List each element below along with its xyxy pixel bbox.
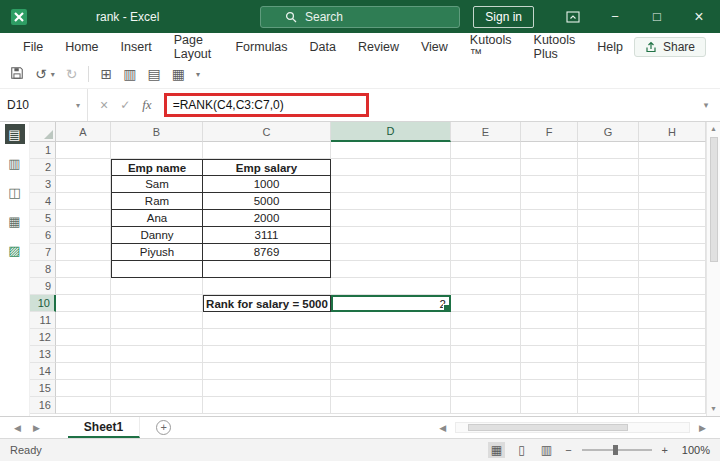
cell-G3[interactable] [578, 176, 639, 193]
cell-A7[interactable] [56, 244, 111, 261]
cell-A10[interactable] [56, 295, 111, 312]
zoom-out-button[interactable]: − [565, 444, 571, 456]
qat-custom-button-4[interactable]: ▦ [172, 67, 185, 81]
cell-E14[interactable] [451, 363, 521, 380]
sheet-tab-sheet1[interactable]: Sheet1 [68, 417, 140, 438]
cell-B8[interactable] [111, 261, 203, 278]
cell-E10[interactable] [451, 295, 521, 312]
ribbon-tab-review[interactable]: Review [347, 33, 410, 60]
cell-D6[interactable] [331, 227, 451, 244]
row-header-3[interactable]: 3 [30, 176, 56, 193]
vertical-scrollbar[interactable]: ▲ ▼ [706, 122, 720, 416]
cell-E3[interactable] [451, 176, 521, 193]
cell-D8[interactable] [331, 261, 451, 278]
cell-B14[interactable] [111, 363, 203, 380]
ribbon-tab-home[interactable]: Home [54, 33, 109, 60]
cell-F10[interactable] [521, 295, 578, 312]
cancel-icon[interactable]: × [100, 97, 108, 113]
horizontal-scroll-track[interactable] [455, 422, 690, 433]
row-header-14[interactable]: 14 [30, 363, 56, 380]
cell-H3[interactable] [639, 176, 706, 193]
new-sheet-button[interactable]: + [156, 420, 171, 435]
cell-H4[interactable] [639, 193, 706, 210]
cell-G10[interactable] [578, 295, 639, 312]
pane-button-2[interactable]: ◫ [5, 182, 25, 202]
ribbon-tab-page-layout[interactable]: Page Layout [163, 33, 225, 60]
row-header-4[interactable]: 4 [30, 193, 56, 210]
cell-B10[interactable] [111, 295, 203, 312]
cell-G15[interactable] [578, 380, 639, 397]
ribbon-tab-help[interactable]: Help [586, 33, 634, 60]
cell-F7[interactable] [521, 244, 578, 261]
cell-A16[interactable] [56, 397, 111, 414]
search-box[interactable]: Search [260, 6, 460, 28]
cell-F8[interactable] [521, 261, 578, 278]
cell-E12[interactable] [451, 329, 521, 346]
tab-scroll-right-icon[interactable]: ▶ [27, 423, 46, 433]
expand-formula-bar-icon[interactable]: ▾ [692, 100, 720, 110]
cell-B7[interactable]: Piyush [111, 244, 203, 261]
cell-A2[interactable] [56, 159, 111, 176]
ribbon-tab-kutools[interactable]: Kutools ™ [459, 33, 523, 60]
h-scroll-right-icon[interactable]: ▶ [693, 423, 712, 433]
zoom-in-button[interactable]: + [662, 444, 668, 456]
cell-H2[interactable] [639, 159, 706, 176]
cell-F9[interactable] [521, 278, 578, 295]
cell-G2[interactable] [578, 159, 639, 176]
cell-G6[interactable] [578, 227, 639, 244]
row-header-9[interactable]: 9 [30, 278, 56, 295]
cell-D14[interactable] [331, 363, 451, 380]
qat-custom-button-2[interactable]: ▥ [123, 67, 136, 81]
cell-A4[interactable] [56, 193, 111, 210]
cell-B2[interactable]: Emp name [111, 159, 203, 176]
cell-F15[interactable] [521, 380, 578, 397]
cell-B3[interactable]: Sam [111, 176, 203, 193]
pane-button-1[interactable]: ▥ [5, 153, 25, 173]
cell-G11[interactable] [578, 312, 639, 329]
insert-function-icon[interactable]: fx [142, 97, 151, 113]
scroll-up-icon[interactable]: ▲ [710, 124, 717, 134]
column-header-E[interactable]: E [451, 122, 521, 142]
qat-custom-button-3[interactable]: ▤ [147, 67, 160, 81]
cell-A3[interactable] [56, 176, 111, 193]
cell-D4[interactable] [331, 193, 451, 210]
cell-D10[interactable]: 2 [331, 295, 451, 312]
row-header-8[interactable]: 8 [30, 261, 56, 278]
formula-input[interactable]: =RANK(C4,C3:C7,0) [164, 93, 692, 117]
ribbon-tab-insert[interactable]: Insert [110, 33, 163, 60]
cell-F3[interactable] [521, 176, 578, 193]
confirm-icon[interactable]: ✓ [120, 98, 130, 112]
cell-B5[interactable]: Ana [111, 210, 203, 227]
row-header-13[interactable]: 13 [30, 346, 56, 363]
row-header-7[interactable]: 7 [30, 244, 56, 261]
column-header-C[interactable]: C [203, 122, 331, 142]
cell-A11[interactable] [56, 312, 111, 329]
pane-button-3[interactable]: ▦ [5, 211, 25, 231]
pane-toggle-button[interactable]: ▤ [5, 124, 25, 144]
cell-H14[interactable] [639, 363, 706, 380]
ribbon-display-options-button[interactable] [552, 0, 594, 33]
cell-F2[interactable] [521, 159, 578, 176]
cell-B9[interactable] [111, 278, 203, 295]
cell-B1[interactable] [111, 142, 203, 159]
cell-E15[interactable] [451, 380, 521, 397]
cell-C6[interactable]: 3111 [203, 227, 331, 244]
cell-D3[interactable] [331, 176, 451, 193]
cell-C13[interactable] [203, 346, 331, 363]
cell-H11[interactable] [639, 312, 706, 329]
cell-G12[interactable] [578, 329, 639, 346]
column-header-G[interactable]: G [578, 122, 639, 142]
save-button[interactable] [10, 66, 24, 83]
cell-C11[interactable] [203, 312, 331, 329]
scroll-down-icon[interactable]: ▼ [710, 404, 717, 414]
cell-F12[interactable] [521, 329, 578, 346]
vertical-scroll-thumb[interactable] [710, 137, 718, 262]
cell-H12[interactable] [639, 329, 706, 346]
cell-B16[interactable] [111, 397, 203, 414]
pane-button-4[interactable]: ▨ [5, 240, 25, 260]
cell-E8[interactable] [451, 261, 521, 278]
row-header-16[interactable]: 16 [30, 397, 56, 414]
cell-B4[interactable]: Ram [111, 193, 203, 210]
ribbon-tab-formulas[interactable]: Formulas [224, 33, 298, 60]
undo-dropdown-icon[interactable]: ▾ [51, 70, 55, 79]
